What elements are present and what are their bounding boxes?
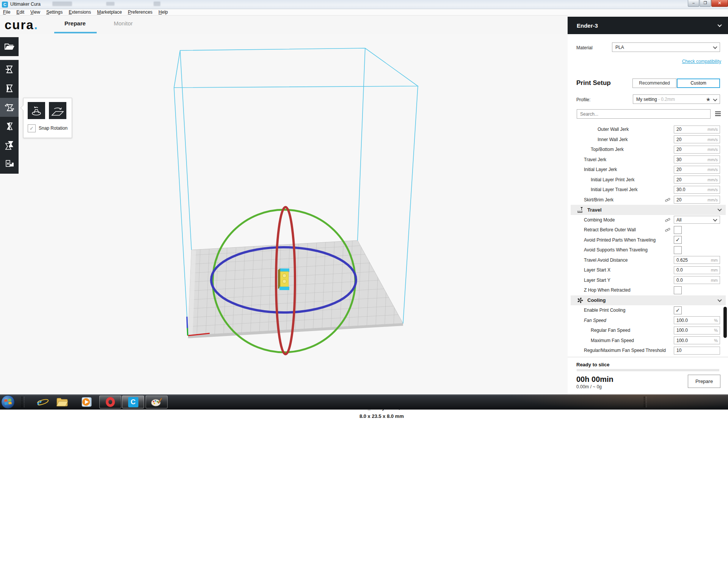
section-cooling[interactable]: Cooling xyxy=(571,295,726,306)
settings-menu-icon[interactable] xyxy=(715,111,721,116)
minimize-button[interactable]: – xyxy=(688,0,699,7)
menu-edit[interactable]: Edit xyxy=(13,9,27,15)
chevron-down-icon xyxy=(713,44,717,49)
setting-unit: mm/s xyxy=(708,167,720,172)
menu-extensions[interactable]: Extensions xyxy=(66,9,94,15)
taskbar-explorer-icon[interactable] xyxy=(56,396,68,408)
setting-label: Skirt/Brim Jerk xyxy=(584,197,665,203)
search-input[interactable] xyxy=(577,109,711,119)
menu-file[interactable]: File xyxy=(0,9,13,15)
material-dropdown[interactable]: PLA xyxy=(612,42,720,52)
setting-value-field[interactable]: 0.0mm xyxy=(674,266,720,274)
setting-label: Regular Fan Speed xyxy=(584,328,674,333)
menu-marketplace[interactable]: Marketplace xyxy=(94,9,125,15)
setting-checkbox[interactable] xyxy=(674,236,682,244)
setting-value-field[interactable]: 0.0mm xyxy=(674,276,720,284)
reset-rotation-button[interactable] xyxy=(28,102,45,119)
setting-value: 20 xyxy=(674,167,681,172)
setting-value-field[interactable]: 20mm/s xyxy=(674,196,720,204)
scale-tool[interactable] xyxy=(0,79,19,98)
per-model-settings-icon xyxy=(4,140,15,150)
setting-label: Layer Start X xyxy=(584,267,674,273)
setting-value: 0.0 xyxy=(674,267,683,273)
menu-settings[interactable]: Settings xyxy=(43,9,66,15)
start-button[interactable] xyxy=(1,395,15,409)
3d-scene xyxy=(0,34,568,394)
setting-value-field[interactable]: 10 xyxy=(674,347,720,355)
move-tool[interactable] xyxy=(0,60,19,79)
taskbar-ie-icon[interactable]: e xyxy=(33,396,46,408)
setting-label: Initial Layer Travel Jerk xyxy=(584,187,674,192)
setting-row: Layer Start Y0.0mm xyxy=(568,275,728,286)
menu-bar: File Edit View Settings Extensions Marke… xyxy=(0,9,728,16)
setting-value: 0.625 xyxy=(674,257,688,263)
setting-row: Regular/Maximum Fan Speed Threshold10 xyxy=(568,345,728,355)
tab-monitor[interactable]: Monitor xyxy=(114,20,133,27)
taskbar-wmp-icon[interactable] xyxy=(80,396,93,408)
menu-preferences[interactable]: Preferences xyxy=(125,9,155,15)
setting-checkbox[interactable] xyxy=(674,306,682,314)
taskbar-cura-button[interactable]: C xyxy=(122,396,144,408)
print-time-estimate: 00h 00min xyxy=(576,375,613,384)
menu-help[interactable]: Help xyxy=(155,9,171,15)
settings-scrollbar[interactable] xyxy=(723,307,727,338)
snap-rotation-label: Snap Rotation xyxy=(39,126,67,131)
setting-row: Initial Layer Jerk20mm/s xyxy=(568,165,728,175)
media-player-icon xyxy=(81,397,92,407)
setting-row: Inner Wall Jerk20mm/s xyxy=(568,135,728,145)
setting-value-field[interactable]: 20mm/s xyxy=(674,166,720,174)
scale-icon xyxy=(5,83,14,93)
setting-value-field[interactable]: 100.0% xyxy=(674,327,720,334)
setting-value-field[interactable]: 30mm/s xyxy=(674,155,720,163)
slice-status: Ready to slice xyxy=(576,362,609,367)
open-file-button[interactable] xyxy=(0,37,19,56)
lay-flat-button[interactable] xyxy=(49,102,66,119)
window-title: Ultimaker Cura xyxy=(10,2,41,7)
prepare-button[interactable]: Prepare xyxy=(688,375,720,388)
setting-value-field[interactable]: 20mm/s xyxy=(674,126,720,133)
travel-icon xyxy=(577,207,583,213)
setting-checkbox[interactable] xyxy=(674,286,682,294)
setting-checkbox[interactable] xyxy=(674,246,682,254)
profile-dropdown[interactable]: My setting - 0.2mm ★ xyxy=(633,94,720,104)
per-model-settings-tool[interactable] xyxy=(0,136,19,155)
mode-recommended-button[interactable]: Recommended xyxy=(632,78,676,88)
setting-value-field[interactable]: 20mm/s xyxy=(674,146,720,154)
setting-row: Combing ModeAll xyxy=(568,215,728,225)
setting-value-field[interactable]: 0.625mm xyxy=(674,256,720,264)
taskbar-grip xyxy=(22,397,25,407)
setting-value-field[interactable]: 100.0% xyxy=(674,336,720,344)
setting-value-field[interactable]: 20mm/s xyxy=(674,176,720,184)
maximize-button[interactable]: ❐ xyxy=(700,0,711,7)
support-blocker-tool[interactable] xyxy=(0,155,19,174)
taskbar-opera-button[interactable] xyxy=(99,396,121,408)
3d-viewport[interactable]: CCR10_Druhy tisk 8.0 x 23.5 x 8.0 mm xyxy=(0,34,568,394)
axis-green xyxy=(187,328,188,336)
model[interactable] xyxy=(278,268,289,290)
tab-prepare[interactable]: Prepare xyxy=(64,20,86,27)
menu-view[interactable]: View xyxy=(27,9,43,15)
taskbar-paint-button[interactable] xyxy=(146,396,168,408)
rotate-tool-popup: ✓ Snap Rotation xyxy=(23,98,72,138)
mode-custom-button[interactable]: Custom xyxy=(677,78,720,88)
titlebar-artifact xyxy=(52,2,72,6)
mirror-tool[interactable] xyxy=(0,117,19,136)
tray-grip xyxy=(644,397,647,407)
profile-suffix: - 0.2mm xyxy=(658,97,675,102)
material-usage: 0.00m / ~ 0g xyxy=(576,384,602,389)
machine-header[interactable]: Ender-3 xyxy=(568,17,728,34)
setting-select[interactable]: All xyxy=(674,216,720,224)
section-travel[interactable]: Travel xyxy=(571,205,726,215)
setting-value-field[interactable]: 30.0mm/s xyxy=(674,186,720,194)
setting-unit: % xyxy=(714,328,720,333)
setting-checkbox[interactable] xyxy=(674,226,682,234)
setting-value-field[interactable]: 100.0% xyxy=(674,316,720,324)
close-button[interactable]: ✕ xyxy=(711,0,728,7)
setting-value-field[interactable]: 20mm/s xyxy=(674,135,720,143)
setting-value: 30 xyxy=(674,157,681,162)
snap-rotation-checkbox[interactable]: ✓ xyxy=(28,124,36,132)
check-compatibility-link[interactable]: Check compatibility xyxy=(682,59,721,64)
setting-unit: mm xyxy=(711,278,720,283)
setting-value: 20 xyxy=(674,177,681,182)
rotate-tool[interactable] xyxy=(0,98,19,117)
